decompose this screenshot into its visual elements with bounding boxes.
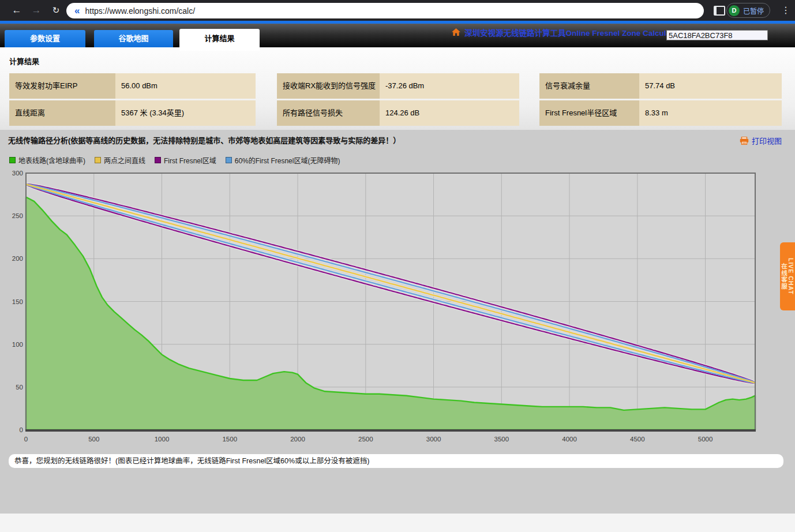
results-row: 等效发射功率EIRP56.00 dBm接收端RX能收到的信号强度-37.26 d… [9, 73, 782, 99]
result-value: -37.26 dBm [380, 73, 519, 99]
legend-swatch-icon [226, 157, 232, 163]
results-section: 计算结果 等效发射功率EIRP56.00 dBm接收端RX能收到的信号强度-37… [0, 47, 795, 130]
x-tick-label: 0 [24, 436, 28, 443]
print-view-label: 打印视图 [752, 135, 782, 146]
result-value: 57.74 dB [639, 73, 782, 99]
tab-google-map[interactable]: 谷歌地图 [94, 30, 173, 47]
page-title: 深圳安视源无线链路计算工具Online Fresnel Zone Calcula… [464, 27, 681, 38]
browser-menu-icon[interactable]: ⋮ [781, 3, 790, 17]
live-chat-label-en: LIVE CHAT [787, 258, 794, 295]
results-heading: 计算结果 [9, 55, 39, 66]
legend-label: 60%的First Fresnel区域(无障碍物) [235, 155, 340, 165]
serial-input[interactable] [666, 30, 768, 40]
result-label: 接收端RX能收到的信号强度 [277, 73, 380, 99]
print-view-link[interactable]: 打印视图 [740, 135, 782, 146]
legend-item: First Fresnel区域 [155, 155, 216, 165]
tab-results[interactable]: 计算结果 [179, 29, 260, 51]
analysis-section: 无线传输路径分析(依据等高线的历史数据，无法排除特别是城市、市郊等地表如高层建筑… [0, 130, 795, 514]
result-label: 信号衰减余量 [539, 73, 639, 99]
site-header: 深圳安视源无线链路计算工具Online Fresnel Zone Calcula… [0, 24, 795, 47]
x-tick-label: 3500 [494, 436, 509, 443]
x-tick-label: 2000 [290, 436, 305, 443]
result-label: 直线距离 [9, 100, 115, 126]
y-tick-label: 50 [16, 384, 23, 391]
site-title-row: 深圳安视源无线链路计算工具Online Fresnel Zone Calcula… [452, 27, 681, 38]
browser-toolbar: ← → ↻ « https://www.elongshi.com/calc/ D… [0, 0, 795, 21]
terrain-chart-svg: 0501001502002503000500100015002000250030… [9, 171, 776, 447]
status-message: 恭喜，您规划的无线链路很好！(图表已经计算地球曲率，无线链路First Fres… [9, 454, 783, 468]
legend-swatch-icon [155, 157, 161, 163]
legend-item: 两点之间直线 [95, 155, 145, 165]
y-tick-label: 200 [12, 255, 23, 262]
result-label: First Fresnel半径区域 [539, 100, 639, 126]
legend-label: First Fresnel区域 [164, 155, 216, 165]
x-tick-label: 3000 [426, 436, 441, 443]
url-text: https://www.elongshi.com/calc/ [85, 6, 195, 16]
x-tick-label: 500 [88, 436, 99, 443]
y-tick-label: 100 [12, 341, 23, 348]
page-footer [0, 514, 795, 532]
analysis-note: 无线传输路径分析(依据等高线的历史数据，无法排除特别是城市、市郊等地表如高层建筑… [8, 134, 400, 145]
legend-label: 两点之间直线 [104, 155, 145, 165]
x-tick-label: 2500 [358, 436, 373, 443]
result-value: 56.00 dBm [115, 73, 256, 99]
result-value: 5367 米 (3.34英里) [115, 100, 256, 126]
terrain-chart: 0501001502002503000500100015002000250030… [9, 171, 776, 447]
chart-legend: 地表线路(含地球曲率)两点之间直线First Fresnel区域60%的Firs… [9, 155, 340, 165]
live-chat-label-cn: 在线客服 [781, 263, 787, 290]
y-tick-label: 300 [12, 171, 23, 177]
x-tick-label: 4500 [630, 436, 645, 443]
result-label: 等效发射功率EIRP [9, 73, 115, 99]
y-tick-label: 250 [12, 212, 23, 219]
x-tick-label: 4000 [562, 436, 577, 443]
back-icon[interactable]: ← [9, 4, 24, 17]
x-tick-label: 1500 [222, 436, 237, 443]
x-tick-label: 1000 [155, 436, 170, 443]
home-icon [452, 28, 460, 36]
address-bar[interactable]: « https://www.elongshi.com/calc/ [66, 3, 704, 18]
legend-swatch-icon [9, 157, 16, 163]
result-value: 124.26 dB [380, 100, 519, 126]
avatar: D [729, 5, 740, 16]
live-chat-button[interactable]: 在线客服 LIVE CHAT [780, 242, 795, 310]
result-value: 8.33 m [639, 100, 782, 126]
legend-label: 地表线路(含地球曲率) [18, 155, 85, 165]
tab-parameters[interactable]: 参数设置 [5, 30, 85, 47]
legend-item: 地表线路(含地球曲率) [9, 155, 85, 165]
refresh-icon[interactable]: ↻ [48, 4, 63, 17]
sync-paused-label: 已暂停 [743, 6, 764, 16]
printer-icon [740, 137, 749, 145]
y-tick-label: 150 [12, 298, 23, 305]
y-tick-label: 0 [20, 426, 23, 433]
side-panel-icon[interactable] [714, 6, 725, 16]
results-table: 等效发射功率EIRP56.00 dBm接收端RX能收到的信号强度-37.26 d… [9, 73, 782, 128]
result-label: 所有路径信号损失 [277, 100, 380, 126]
legend-item: 60%的First Fresnel区域(无障碍物) [226, 155, 340, 165]
legend-swatch-icon [95, 157, 101, 163]
site-favicon-icon: « [74, 5, 80, 17]
results-row: 直线距离5367 米 (3.34英里)所有路径信号损失124.26 dBFirs… [9, 100, 782, 126]
profile-button[interactable]: D 已暂停 [726, 3, 770, 18]
forward-icon[interactable]: → [29, 4, 44, 17]
x-tick-label: 5000 [698, 436, 713, 443]
